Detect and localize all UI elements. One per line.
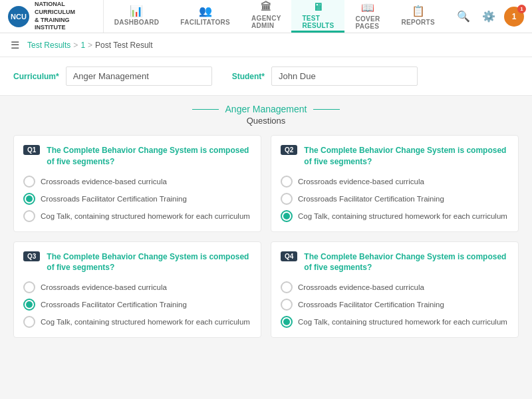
breadcrumb-sep1: > [73,41,78,50]
dashboard-label: DASHBOARD [114,19,160,26]
answer-options-4: Crossroads evidence-based curriculaCross… [281,281,509,328]
nav-item-test-results[interactable]: 🖥 TEST RESULTS [291,0,344,33]
student-label: Student* [232,72,265,81]
section-title: Anger Management [225,104,307,114]
radio-2-3[interactable] [281,210,293,222]
answer-option-1-3[interactable]: Cog Talk, containing structured homework… [23,210,251,222]
answer-options-2: Crossroads evidence-based curriculaCross… [281,176,509,222]
answer-text-4-1: Crossroads evidence-based curricula [298,283,424,291]
answer-text-2-1: Crossroads evidence-based curricula [298,178,424,186]
radio-4-1[interactable] [281,281,293,293]
filter-bar: Curriculum* Student* [0,57,532,96]
question-header-3: Q3The Complete Behavior Change System is… [23,251,251,274]
answer-option-2-2[interactable]: Crossroads Facilitator Certification Tra… [281,193,509,205]
section-title-area: Anger Management Questions [13,104,519,126]
questions-grid: Q1The Complete Behavior Change System is… [13,135,519,338]
title-dash-right [313,109,340,110]
answer-option-4-3[interactable]: Cog Talk, containing structured homework… [281,316,509,328]
logo-initials: NCU [11,13,27,21]
nav-items: 📊 DASHBOARD 👥 FACILITATORS 🏛 AGENCY ADMI… [104,0,446,33]
radio-1-3[interactable] [23,210,35,222]
answer-options-1: Crossroads evidence-based curriculaCross… [23,176,251,222]
section-subtitle: Questions [13,116,519,126]
answer-option-3-2[interactable]: Crossroads Facilitator Certification Tra… [23,299,251,311]
facilitators-icon: 👥 [199,5,212,17]
radio-1-1[interactable] [23,176,35,188]
answer-text-1-2: Crossroads Facilitator Certification Tra… [41,195,187,203]
settings-button[interactable]: ⚙️ [479,7,499,27]
breadcrumb: Test Results > 1 > Post Test Result [27,41,153,50]
search-button[interactable]: 🔍 [454,7,473,27]
radio-4-3[interactable] [281,316,293,328]
logo-area: NCU NATIONAL CURRICULUM & TRAINING INSTI… [0,0,104,33]
answer-option-3-1[interactable]: Crossroads evidence-based curricula [23,281,251,293]
radio-inner-1-2 [26,196,33,202]
sub-header: ☰ Test Results > 1 > Post Test Result [0,33,532,57]
student-input[interactable] [271,66,418,86]
curriculum-label: Curriculum* [13,72,59,81]
breadcrumb-section[interactable]: Test Results [27,41,70,50]
answer-text-1-3: Cog Talk, containing structured homework… [41,212,250,220]
answer-option-1-1[interactable]: Crossroads evidence-based curricula [23,176,251,188]
notification-badge: 1 [517,5,526,13]
nav-right-controls: 🔍 ⚙️ 1 1 [446,0,532,33]
question-badge-1: Q1 [23,145,40,155]
breadcrumb-sep2: > [88,41,92,50]
cover-pages-icon: 📖 [361,1,374,14]
answer-text-2-3: Cog Talk, containing structured homework… [298,212,507,220]
radio-3-2[interactable] [23,299,35,311]
curriculum-filter-group: Curriculum* [13,66,212,86]
nav-item-reports[interactable]: 📋 REPORTS [391,0,446,33]
answer-option-4-2[interactable]: Crossroads Facilitator Certification Tra… [281,299,509,311]
radio-3-3[interactable] [23,316,35,328]
main-content: Anger Management Questions Q1The Complet… [0,96,532,396]
logo-icon: NCU [8,6,29,27]
reports-label: REPORTS [402,19,435,26]
radio-1-2[interactable] [23,193,35,205]
answer-text-3-3: Cog Talk, containing structured homework… [41,318,250,326]
top-navigation: NCU NATIONAL CURRICULUM & TRAINING INSTI… [0,0,532,33]
question-card-4: Q4The Complete Behavior Change System is… [271,241,519,338]
radio-inner-4-3 [283,319,290,325]
hamburger-menu[interactable]: ☰ [11,39,19,51]
test-results-icon: 🖥 [313,1,323,13]
answer-text-3-1: Crossroads evidence-based curricula [41,283,167,291]
question-header-4: Q4The Complete Behavior Change System is… [281,251,509,274]
answer-option-2-3[interactable]: Cog Talk, containing structured homework… [281,210,509,222]
answer-text-3-2: Crossroads Facilitator Certification Tra… [41,301,187,309]
answer-text-1-1: Crossroads evidence-based curricula [41,178,167,186]
nav-item-facilitators[interactable]: 👥 FACILITATORS [170,0,241,33]
student-filter-group: Student* [232,66,418,86]
user-avatar[interactable]: 1 1 [504,7,524,27]
logo-text: NATIONAL CURRICULUM & TRAINING INSTITUTE [35,1,95,32]
answer-option-1-2[interactable]: Crossroads Facilitator Certification Tra… [23,193,251,205]
breadcrumb-num[interactable]: 1 [80,41,85,50]
question-badge-2: Q2 [281,145,297,155]
test-results-label: TEST RESULTS [302,15,334,29]
answer-text-2-2: Crossroads Facilitator Certification Tra… [298,195,444,203]
agency-admin-label: AGENCY ADMIN [251,15,281,29]
nav-item-agency-admin[interactable]: 🏛 AGENCY ADMIN [241,0,291,33]
title-dash-left [192,109,219,110]
answer-text-4-3: Cog Talk, containing structured homework… [298,318,507,326]
question-text-2: The Complete Behavior Change System is c… [304,145,509,168]
answer-text-4-2: Crossroads Facilitator Certification Tra… [298,301,444,309]
facilitators-label: FACILITATORS [180,19,230,26]
radio-4-2[interactable] [281,299,293,311]
radio-3-1[interactable] [23,281,35,293]
answer-option-2-1[interactable]: Crossroads evidence-based curricula [281,176,509,188]
answer-option-3-3[interactable]: Cog Talk, containing structured homework… [23,316,251,328]
dashboard-icon: 📊 [130,5,143,17]
nav-item-dashboard[interactable]: 📊 DASHBOARD [104,0,170,33]
answer-options-3: Crossroads evidence-based curriculaCross… [23,281,251,328]
cover-pages-label: COVER PAGES [355,15,380,30]
answer-option-4-1[interactable]: Crossroads evidence-based curricula [281,281,509,293]
question-badge-4: Q4 [281,251,297,261]
radio-2-2[interactable] [281,193,293,205]
curriculum-input[interactable] [66,66,212,86]
question-text-1: The Complete Behavior Change System is c… [47,145,251,168]
nav-item-cover-pages[interactable]: 📖 COVER PAGES [344,0,390,33]
reports-icon: 📋 [412,5,425,17]
radio-2-1[interactable] [281,176,293,188]
section-title-line: Anger Management [13,104,519,114]
